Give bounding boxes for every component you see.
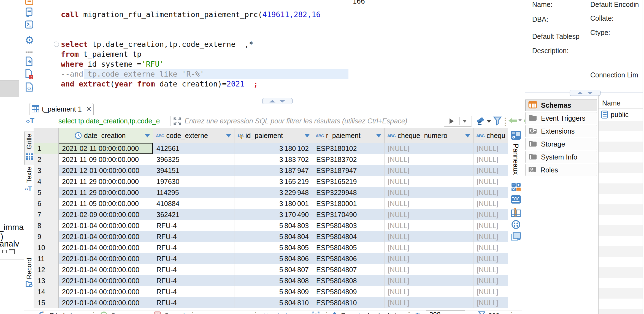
fetch-last-icon[interactable]: ⏭ bbox=[298, 311, 305, 314]
grid-cell[interactable]: [NULL] bbox=[473, 242, 508, 253]
column-header-cheque_numero[interactable]: ABCcheque_numero bbox=[385, 128, 473, 143]
fetch-size-input[interactable]: 200 bbox=[426, 310, 465, 314]
view-tab-text-label[interactable]: Texte bbox=[25, 167, 33, 183]
table-row[interactable]: 102021-01-04 00:00:00.000RFU-45 804 805E… bbox=[34, 242, 508, 253]
selected-grid-cell[interactable]: 2021-02-11 00:00:00.000 bbox=[59, 143, 153, 154]
grid-cell[interactable]: RFU-4 bbox=[153, 220, 234, 231]
sql-code-line[interactable]: where id_systeme ='RFU' bbox=[61, 59, 164, 69]
code-fold-icon[interactable]: − bbox=[54, 42, 59, 47]
cancel-label[interactable]: Cancel bbox=[164, 312, 185, 314]
filter-sql-text[interactable]: select tp.date_creation,tp.code_e bbox=[58, 117, 169, 125]
grid-cell[interactable]: 2021-01-04 00:00:00.000 bbox=[59, 220, 153, 231]
grid-cell[interactable]: [NULL] bbox=[473, 154, 508, 165]
expand-panel-icon[interactable] bbox=[511, 232, 521, 242]
grid-cell[interactable]: 3 180 102 bbox=[234, 143, 313, 154]
table-row[interactable]: 32021-12-01 00:00:00.0003941513 187 947E… bbox=[34, 165, 508, 176]
grid-cell[interactable]: RFU-4 bbox=[153, 231, 234, 242]
cancel-icon[interactable] bbox=[154, 311, 161, 314]
grid-cell[interactable]: [NULL] bbox=[473, 253, 508, 264]
grid-cell[interactable]: ESP5804804 bbox=[313, 231, 385, 242]
panels-toggle-icon[interactable] bbox=[511, 131, 521, 141]
column-dropdown-icon[interactable] bbox=[145, 134, 150, 137]
table-row[interactable]: 72021-02-09 00:00:00.0003624213 170 490E… bbox=[34, 209, 508, 220]
grid-cell[interactable]: ESP5804805 bbox=[313, 242, 385, 253]
sql-code-line[interactable]: from t_paiement tp bbox=[61, 49, 142, 59]
grid-cell[interactable]: [NULL] bbox=[473, 297, 508, 308]
schema-object-row[interactable]: public bbox=[601, 110, 629, 119]
fetch-next-icon[interactable]: ▶ bbox=[286, 311, 291, 314]
grid-cell[interactable]: 396325 bbox=[153, 154, 234, 165]
grid-cell[interactable]: ESP3180102 bbox=[313, 143, 385, 154]
grid-cell[interactable]: 410884 bbox=[153, 198, 234, 209]
column-header-chequ[interactable]: ABCchequ bbox=[473, 128, 508, 143]
value-viewer-panel-icon[interactable] bbox=[511, 195, 521, 205]
grid-cell[interactable]: ESP5804809 bbox=[313, 286, 385, 297]
nav-item-storage[interactable]: Storage bbox=[525, 138, 597, 150]
grid-cell[interactable]: RFU-4 bbox=[153, 297, 234, 308]
grid-cell[interactable]: 3 170 490 bbox=[234, 209, 313, 220]
nav-item-roles[interactable]: Roles bbox=[525, 164, 597, 176]
calc-panel-icon[interactable] bbox=[511, 183, 521, 193]
grid-cell[interactable]: [NULL] bbox=[385, 176, 473, 187]
column-header-id_paiement[interactable]: 123id_paiement bbox=[234, 128, 313, 143]
view-tab-record-label[interactable]: Record bbox=[25, 258, 33, 279]
grid-cell[interactable]: [NULL] bbox=[473, 264, 508, 275]
grid-cell[interactable]: [NULL] bbox=[473, 220, 508, 231]
row-number-cell[interactable]: 7 bbox=[34, 209, 59, 220]
clear-filter-eraser-icon[interactable] bbox=[475, 117, 485, 127]
row-number-cell[interactable]: 12 bbox=[34, 264, 59, 275]
grid-cell[interactable]: 394151 bbox=[153, 165, 234, 176]
row-number-cell[interactable]: 10 bbox=[34, 242, 59, 253]
row-number-cell[interactable]: 1 bbox=[34, 143, 59, 154]
grid-cell[interactable]: 2021-01-04 00:00:00.000 bbox=[59, 286, 153, 297]
right-splitter-collapse-control[interactable] bbox=[570, 90, 600, 96]
grid-corner-cell[interactable] bbox=[34, 128, 59, 143]
grid-cell[interactable]: 5 804 804 bbox=[234, 231, 313, 242]
grid-cell[interactable]: [NULL] bbox=[385, 242, 473, 253]
sql-editor[interactable]: call migration_rfu_alimentation_paiement… bbox=[24, 0, 348, 98]
table-row[interactable]: 12021-02-11 00:00:00.0004125613 180 102E… bbox=[34, 143, 508, 154]
grid-cell[interactable]: 5 804 807 bbox=[234, 264, 313, 275]
sql-code-line[interactable]: call migration_rfu_alimentation_paiement… bbox=[61, 10, 321, 20]
previous-result-arrow-icon[interactable] bbox=[508, 117, 517, 125]
grid-cell[interactable]: 3 187 947 bbox=[234, 165, 313, 176]
splitter-collapse-control[interactable] bbox=[262, 98, 293, 104]
apply-filter-play-icon[interactable] bbox=[450, 118, 454, 124]
right-panel-divider[interactable] bbox=[523, 0, 523, 314]
save-label[interactable]: Sauver bbox=[111, 312, 132, 314]
grid-cell[interactable]: ESP5804806 bbox=[313, 253, 385, 264]
grid-cell[interactable]: [NULL] bbox=[473, 286, 508, 297]
table-row[interactable]: 92021-01-04 00:00:00.000RFU-45 804 804ES… bbox=[34, 231, 508, 242]
grid-cell[interactable]: 2021-01-04 00:00:00.000 bbox=[59, 253, 153, 264]
grid-cell[interactable]: [NULL] bbox=[385, 187, 473, 198]
grid-cell[interactable]: [NULL] bbox=[385, 154, 473, 165]
grid-cell[interactable]: RFU-4 bbox=[153, 242, 234, 253]
grid-cell[interactable]: ESP3229948 bbox=[313, 187, 385, 198]
grid-cell[interactable]: 2021-01-04 00:00:00.000 bbox=[59, 242, 153, 253]
layout-toggle-icons[interactable] bbox=[197, 313, 250, 314]
grid-cell[interactable]: ESP5804803 bbox=[313, 220, 385, 231]
grid-cell[interactable]: 3 180 001 bbox=[234, 198, 313, 209]
row-number-cell[interactable]: 6 bbox=[34, 198, 59, 209]
column-dropdown-icon[interactable] bbox=[226, 134, 231, 137]
grid-cell[interactable]: ESP3183702 bbox=[313, 154, 385, 165]
table-row[interactable]: 62021-11-05 00:00:00.0004108843 180 001E… bbox=[34, 198, 508, 209]
save-icon[interactable] bbox=[100, 311, 108, 314]
close-tab-icon[interactable]: ✕ bbox=[86, 105, 92, 113]
grid-cell[interactable]: 114295 bbox=[153, 187, 234, 198]
grid-cell[interactable]: 362421 bbox=[153, 209, 234, 220]
expand-filter-icon[interactable] bbox=[173, 117, 182, 127]
sql-code-line[interactable]: select tp.date_creation,tp.code_externe … bbox=[61, 39, 253, 49]
table-row[interactable]: 82021-01-04 00:00:00.000RFU-45 804 803ES… bbox=[34, 220, 508, 231]
column-header-code_externe[interactable]: ABCcode_externe bbox=[153, 128, 234, 143]
table-row[interactable]: 132021-01-04 00:00:00.000RFU-45 804 808E… bbox=[34, 275, 508, 286]
result-tab[interactable]: t_paiement 1 ✕ bbox=[29, 103, 94, 115]
table-row[interactable]: 22021-11-09 00:00:00.0003963253 183 702E… bbox=[34, 154, 508, 165]
export-label[interactable]: Exporter le résultat bbox=[341, 312, 396, 314]
grid-cell[interactable]: 2021-01-04 00:00:00.000 bbox=[59, 231, 153, 242]
table-row[interactable]: 112021-01-04 00:00:00.000RFU-45 804 806E… bbox=[34, 253, 508, 264]
row-number-cell[interactable]: 14 bbox=[34, 286, 59, 297]
grid-cell[interactable]: [NULL] bbox=[473, 209, 508, 220]
grid-cell[interactable]: 5 804 809 bbox=[234, 286, 313, 297]
row-number-cell[interactable]: 9 bbox=[34, 231, 59, 242]
